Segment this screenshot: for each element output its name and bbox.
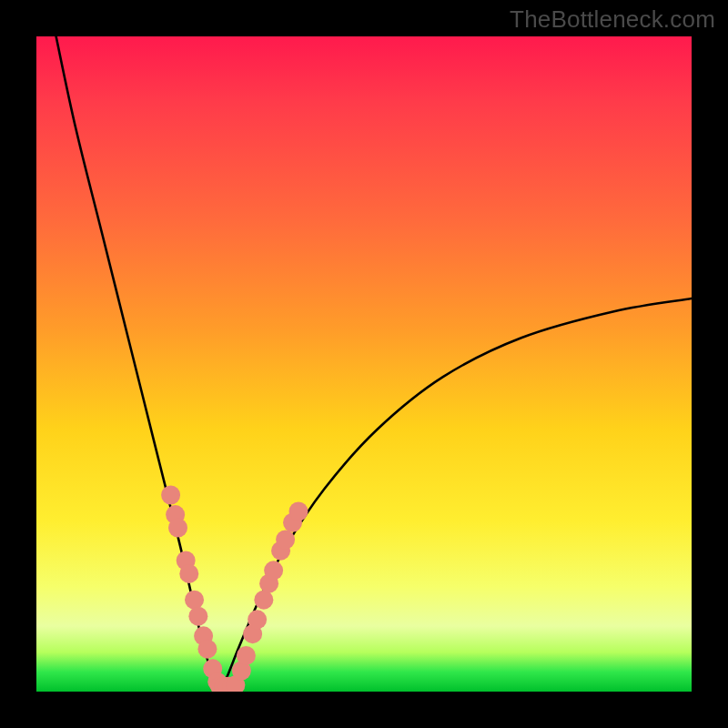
sample-dot [179, 564, 198, 583]
chart-stage: TheBottleneck.com [0, 0, 728, 728]
sample-dot [185, 591, 204, 610]
sample-dot [264, 561, 283, 580]
watermark-text: TheBottleneck.com [510, 5, 715, 34]
sample-dot [168, 519, 187, 538]
chart-overlay-svg [36, 36, 692, 692]
sample-dot [248, 610, 267, 629]
sample-dot [276, 530, 295, 549]
sample-dot [237, 646, 256, 665]
bottleneck-curve [56, 36, 692, 692]
sample-dot [289, 502, 308, 521]
sample-dot [161, 486, 180, 505]
sample-dot [197, 640, 217, 659]
sample-dot [254, 591, 273, 610]
sample-dot [188, 607, 207, 626]
